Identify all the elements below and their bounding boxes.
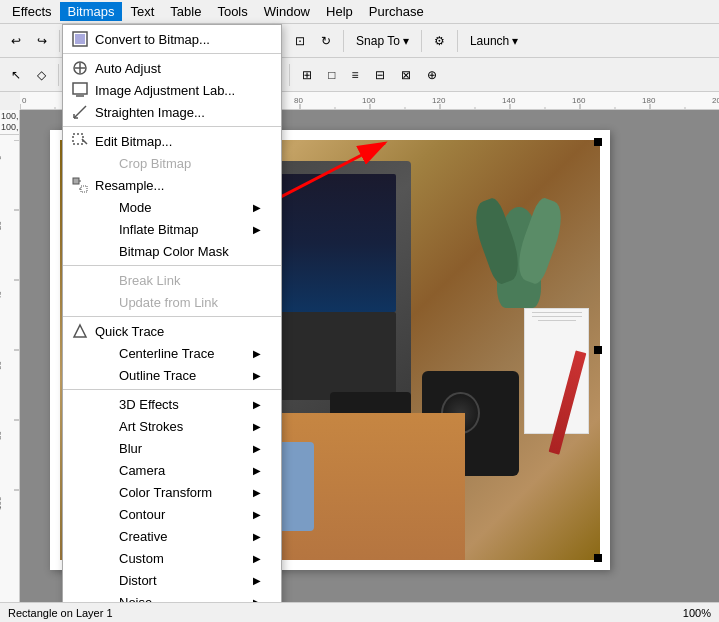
creative-text: Creative	[119, 529, 167, 544]
tools-btn-4[interactable]: ⊟	[368, 61, 392, 89]
blur-arrow-icon: ▶	[253, 443, 261, 454]
bitmaps-dropdown-menu: Convert to Bitmap... Auto Adjust Image A…	[62, 24, 282, 622]
sep-4	[63, 316, 281, 317]
menu-item-contour[interactable]: Contour ▶	[63, 503, 281, 525]
tools-btn-5[interactable]: ⊠	[394, 61, 418, 89]
svg-text:140: 140	[502, 96, 516, 105]
blur-text: Blur	[119, 441, 142, 456]
svg-text:100: 100	[0, 496, 3, 510]
auto-adjust-text: Auto Adjust	[95, 61, 161, 76]
svg-rect-52	[73, 83, 87, 94]
handle-top-right[interactable]	[594, 138, 602, 146]
menu-item-crop-bitmap: Crop Bitmap	[63, 152, 281, 174]
outline-trace-icon	[93, 367, 115, 383]
handle-bottom-right[interactable]	[594, 554, 602, 562]
break-link-text: Break Link	[119, 273, 180, 288]
menubar-help[interactable]: Help	[318, 2, 361, 21]
redo-icon: ↪	[37, 34, 47, 48]
menu-item-outline-trace[interactable]: Outline Trace ▶	[63, 364, 281, 386]
svg-rect-48	[75, 34, 85, 44]
custom-arrow-icon: ▶	[253, 553, 261, 564]
svg-text:100: 100	[362, 96, 376, 105]
svg-text:0: 0	[22, 96, 27, 105]
mask-icon: ⊞	[302, 68, 312, 82]
inflate-bitmap-icon	[93, 221, 115, 237]
creative-arrow-icon: ▶	[253, 531, 261, 542]
quick-trace-text: Quick Trace	[95, 324, 164, 339]
menu-item-color-transform[interactable]: Color Transform ▶	[63, 481, 281, 503]
svg-text:40: 40	[0, 291, 3, 300]
menubar-window[interactable]: Window	[256, 2, 318, 21]
menu-item-bitmap-color-mask[interactable]: Bitmap Color Mask	[63, 240, 281, 262]
launch-button[interactable]: Launch ▾	[463, 27, 525, 55]
settings-button[interactable]: ⚙	[427, 27, 452, 55]
snap-to-button[interactable]: Snap To ▾	[349, 27, 416, 55]
menubar-effects[interactable]: Effects	[4, 2, 60, 21]
redo-button[interactable]: ↪	[30, 27, 54, 55]
menu-item-mode[interactable]: Mode ▶	[63, 196, 281, 218]
tools-btn-3[interactable]: ≡	[345, 61, 366, 89]
menu-item-inflate-bitmap[interactable]: Inflate Bitmap ▶	[63, 218, 281, 240]
menu-item-image-adjustment-lab[interactable]: Image Adjustment Lab...	[63, 79, 281, 101]
menu-item-resample[interactable]: Resample...	[63, 174, 281, 196]
menu-item-convert-bitmap[interactable]: Convert to Bitmap...	[63, 28, 281, 50]
menu-item-creative[interactable]: Creative ▶	[63, 525, 281, 547]
arrow-tool[interactable]: ↖	[4, 61, 28, 89]
menu-item-art-strokes[interactable]: Art Strokes ▶	[63, 415, 281, 437]
resample-icon	[69, 177, 91, 193]
align-icon: ≡	[352, 68, 359, 82]
contour-text: Contour	[119, 507, 165, 522]
menu-item-camera[interactable]: Camera ▶	[63, 459, 281, 481]
menu-item-straighten[interactable]: Straighten Image...	[63, 101, 281, 123]
sep-t1	[58, 64, 59, 86]
menu-item-distort[interactable]: Distort ▶	[63, 569, 281, 591]
sep-4	[421, 30, 422, 52]
ruler-vertical: 100, 100, 0 20 40 60 80 100	[0, 110, 20, 602]
snap-dropdown-icon: ▾	[403, 34, 409, 48]
extra-icon: ⊕	[427, 68, 437, 82]
menubar-bitmaps[interactable]: Bitmaps	[60, 2, 123, 21]
handle-middle-right[interactable]	[594, 346, 602, 354]
statusbar-text: Rectangle on Layer 1	[8, 607, 113, 619]
undo-button[interactable]: ↩	[4, 27, 28, 55]
scale-btn[interactable]: ⊡	[288, 27, 312, 55]
menu-item-custom[interactable]: Custom ▶	[63, 547, 281, 569]
menu-item-quick-trace[interactable]: Quick Trace	[63, 320, 281, 342]
mode-icon	[93, 199, 115, 215]
edit-bitmap-text: Edit Bitmap...	[95, 134, 172, 149]
sep-1	[63, 53, 281, 54]
custom-text: Custom	[119, 551, 164, 566]
svg-text:20: 20	[0, 221, 3, 230]
centerline-trace-icon	[93, 345, 115, 361]
menubar: Effects Bitmaps Text Table Tools Window …	[0, 0, 719, 24]
node-tool[interactable]: ◇	[30, 61, 53, 89]
svg-text:0: 0	[0, 155, 3, 160]
menu-item-update-from-link: Update from Link	[63, 291, 281, 313]
distort-arrow-icon: ▶	[253, 575, 261, 586]
menubar-purchase[interactable]: Purchase	[361, 2, 432, 21]
sep-t3	[289, 64, 290, 86]
tools-btn-1[interactable]: ⊞	[295, 61, 319, 89]
tools-btn-6[interactable]: ⊕	[420, 61, 444, 89]
menubar-table[interactable]: Table	[162, 2, 209, 21]
menu-item-auto-adjust[interactable]: Auto Adjust	[63, 57, 281, 79]
menu-item-break-link: Break Link	[63, 269, 281, 291]
gear-icon: ⚙	[434, 34, 445, 48]
menu-item-3d-effects[interactable]: 3D Effects ▶	[63, 393, 281, 415]
more-icon: ⊟	[375, 68, 385, 82]
menubar-text[interactable]: Text	[122, 2, 162, 21]
svg-rect-59	[73, 178, 79, 184]
plant	[465, 140, 573, 308]
menubar-tools[interactable]: Tools	[209, 2, 255, 21]
centerline-arrow-icon: ▶	[253, 348, 261, 359]
snap-to-label: Snap To	[356, 34, 400, 48]
rotate-btn[interactable]: ↻	[314, 27, 338, 55]
menu-item-centerline-trace[interactable]: Centerline Trace ▶	[63, 342, 281, 364]
svg-text:180: 180	[642, 96, 656, 105]
tools-btn-2[interactable]: □	[321, 61, 342, 89]
distort-icon	[93, 572, 115, 588]
svg-rect-60	[81, 186, 87, 192]
menu-item-edit-bitmap[interactable]: Edit Bitmap...	[63, 130, 281, 152]
menu-item-blur[interactable]: Blur ▶	[63, 437, 281, 459]
color-transform-icon	[93, 484, 115, 500]
